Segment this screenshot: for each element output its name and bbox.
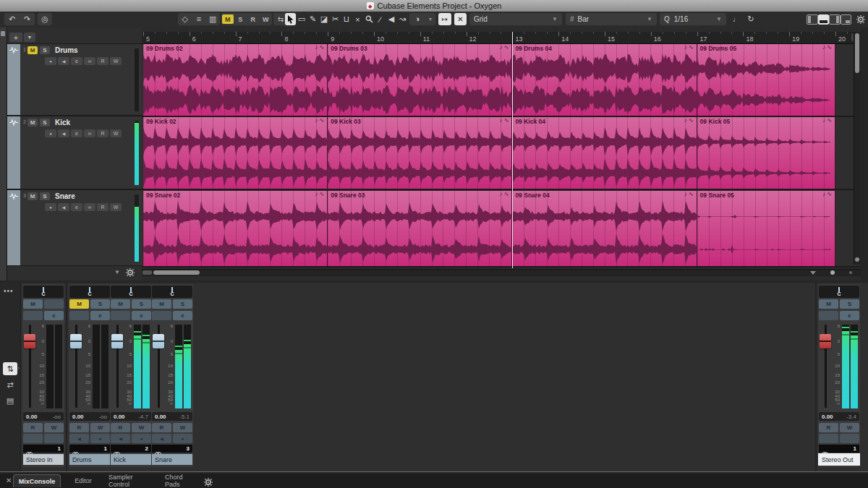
audio-event[interactable]: 09 Snare 03♪ ∿ (328, 191, 512, 266)
gain-value[interactable]: 0.00 (26, 414, 38, 420)
monitor-icon[interactable]: ◀ (58, 129, 69, 137)
channel-name[interactable]: Snare (152, 454, 192, 465)
audio-event[interactable]: 09 Drums 03♪ ∿ (328, 44, 512, 116)
volume-fader[interactable] (153, 334, 164, 348)
mute-button[interactable]: M (23, 299, 43, 309)
pan-control[interactable]: C (819, 286, 859, 298)
color-menu-icon[interactable]: ◑▼ (409, 13, 435, 25)
snap-type-dropdown[interactable]: Grid▼ (469, 13, 562, 25)
editor-zone-icon[interactable] (841, 14, 852, 25)
arrange-area[interactable]: 567891011121314151617181920▼09 Drums 02♪… (142, 27, 861, 281)
left-zone-icon[interactable] (807, 14, 818, 25)
read-automation-button[interactable]: R (111, 423, 130, 432)
left-zone-edge[interactable] (0, 27, 7, 281)
channel-name[interactable]: Stereo In (23, 454, 64, 465)
constrain-delay-compensation-icon[interactable]: ◎ (38, 13, 52, 25)
play-tool[interactable]: ◀ (386, 13, 397, 25)
zoom-tool[interactable] (364, 13, 375, 25)
write-automation-button[interactable]: W (110, 203, 122, 211)
undo-icon[interactable]: ↶ (5, 13, 20, 25)
add-track-button[interactable]: + (9, 33, 22, 42)
automation-s-button[interactable]: S (234, 14, 246, 24)
vertical-zoom-slider[interactable] (855, 257, 859, 262)
monitor-button[interactable]: ◀ (69, 434, 89, 443)
track-header-snare[interactable]: 3MSSnare●◀e∞RW (7, 189, 142, 266)
read-automation-button[interactable]: R (97, 203, 109, 211)
iterative-quantize-icon[interactable]: ♩ (730, 13, 743, 25)
vertical-scroll-thumb[interactable] (855, 33, 859, 73)
quantize-preset-dropdown[interactable]: Q1/16▼ (660, 13, 726, 25)
read-automation-button[interactable]: R (69, 423, 89, 432)
add-track-menu-button[interactable]: ▼ (24, 33, 35, 42)
peak-level-value[interactable]: -oo (52, 414, 61, 420)
read-automation-button[interactable]: R (152, 423, 171, 432)
gear-icon[interactable] (204, 476, 213, 488)
meter-bridge-icon[interactable]: ▥ (206, 13, 219, 25)
edit-channel-button[interactable]: e (132, 311, 151, 320)
range-select-tool[interactable]: ▭ (297, 13, 307, 25)
solo-button[interactable]: S (173, 299, 192, 309)
track-mute-button[interactable]: M (27, 119, 38, 127)
mute-tool[interactable]: × (352, 13, 363, 25)
gear-icon[interactable] (854, 13, 867, 25)
automation-r-button[interactable]: R (247, 14, 259, 24)
write-automation-button[interactable]: W (44, 423, 64, 432)
track-solo-button[interactable]: S (40, 119, 50, 127)
vertical-scrollbar[interactable] (854, 32, 861, 265)
record-enable-button[interactable]: ● (173, 434, 192, 443)
object-select-tool[interactable] (285, 13, 296, 25)
edit-channel-button[interactable]: e (840, 311, 859, 320)
solo-button[interactable]: S (132, 299, 151, 309)
solo-button[interactable]: S (90, 299, 110, 309)
lanes-icon[interactable]: ∞ (84, 129, 95, 137)
gain-value[interactable]: 0.00 (822, 414, 833, 420)
scroll-left-handle[interactable] (142, 270, 152, 275)
track-list-settings-icon[interactable] (126, 267, 135, 280)
peak-level-value[interactable]: -oo (98, 414, 107, 420)
monitor-button[interactable]: ◀ (111, 434, 130, 443)
zoom-preset-icon[interactable] (810, 271, 816, 275)
tab-mixconsole[interactable]: MixConsole (13, 474, 61, 487)
peak-level-value[interactable]: -4.7 (138, 414, 148, 420)
peak-level-value[interactable]: -5.1 (179, 414, 190, 420)
tab-chord-pads[interactable]: Chord Pads (158, 474, 201, 487)
audio-event[interactable]: 09 Snare 02♪ ∿ (143, 191, 328, 266)
more-icon[interactable]: ••• (4, 287, 14, 295)
edit-channel-icon[interactable]: e (71, 203, 82, 211)
close-icon[interactable]: ✕ (6, 476, 12, 484)
audio-event[interactable]: 09 Drums 04♪ ∿ (512, 44, 697, 116)
audio-event[interactable]: 09 Kick 02♪ ∿ (143, 117, 328, 189)
automation-w-button[interactable]: W (260, 14, 271, 24)
gain-value[interactable]: 0.00 (155, 414, 166, 420)
timeline-ruler[interactable]: 567891011121314151617181920▼ (142, 32, 861, 44)
tab-sampler-control[interactable]: Sampler Control (101, 474, 153, 487)
line-tool[interactable]: ∕ (375, 13, 386, 25)
horizontal-zoom-slider[interactable] (830, 270, 835, 275)
right-zone-icon[interactable] (829, 14, 841, 25)
hardware-view-icon[interactable]: ▤ (3, 394, 17, 407)
pan-control[interactable]: C (23, 286, 64, 298)
channel-name[interactable]: Stereo Out (819, 454, 859, 465)
edit-channel-icon[interactable]: e (71, 129, 82, 137)
edit-channel-icon[interactable]: e (71, 57, 82, 65)
solo-button[interactable]: S (840, 299, 859, 309)
pan-control[interactable]: C (69, 286, 110, 298)
gain-value[interactable]: 0.00 (72, 414, 84, 420)
lanes-icon[interactable]: ∞ (84, 57, 95, 65)
track-mute-button[interactable]: M (27, 192, 38, 200)
lower-zone-icon[interactable] (818, 14, 830, 25)
monitor-icon[interactable]: ◀ (58, 57, 69, 65)
volume-fader[interactable] (820, 334, 831, 348)
track-scale-menu-icon[interactable]: ▼ (114, 266, 120, 278)
write-automation-button[interactable]: W (173, 423, 192, 432)
volume-fader[interactable] (24, 334, 35, 348)
audio-event[interactable]: 09 Snare 05♪ ∿ (697, 191, 835, 266)
track-solo-button[interactable]: S (40, 46, 50, 54)
routing-view-icon[interactable]: ⇄ (3, 378, 17, 391)
write-automation-button[interactable]: W (840, 423, 859, 432)
edit-channel-button[interactable]: e (44, 311, 64, 320)
audio-event[interactable]: 09 Drums 05♪ ∿ (697, 44, 835, 116)
channel-name[interactable]: Drums (69, 454, 110, 465)
edit-channel-button[interactable]: e (90, 311, 110, 320)
mute-button[interactable]: M (152, 299, 171, 309)
